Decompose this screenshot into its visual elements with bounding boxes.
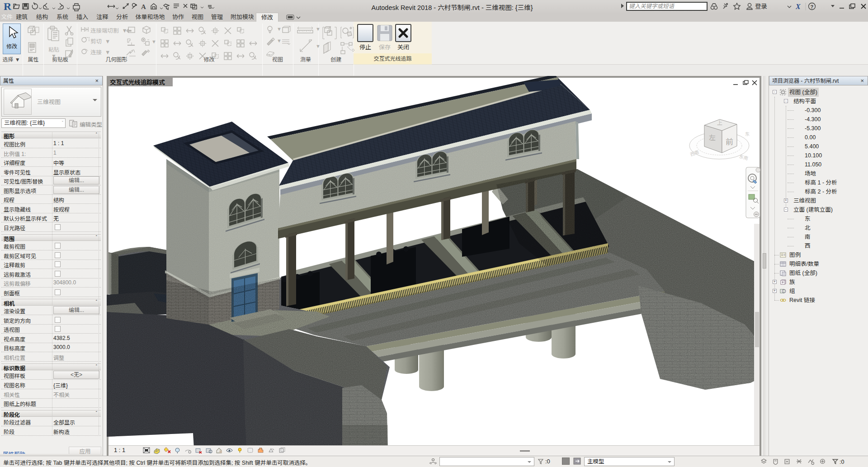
svg-text:交互式光线追踪模式: 交互式光线追踪模式 — [110, 77, 165, 86]
svg-text:左: 左 — [709, 132, 716, 142]
svg-text:前: 前 — [726, 136, 733, 147]
svg-text:X: X — [795, 3, 801, 10]
svg-text:A: A — [141, 3, 146, 10]
svg-text:登录: 登录 — [755, 3, 767, 10]
svg-text:东: 东 — [745, 130, 750, 137]
svg-text:上: 上 — [717, 118, 722, 126]
svg-text:?: ? — [811, 4, 814, 9]
